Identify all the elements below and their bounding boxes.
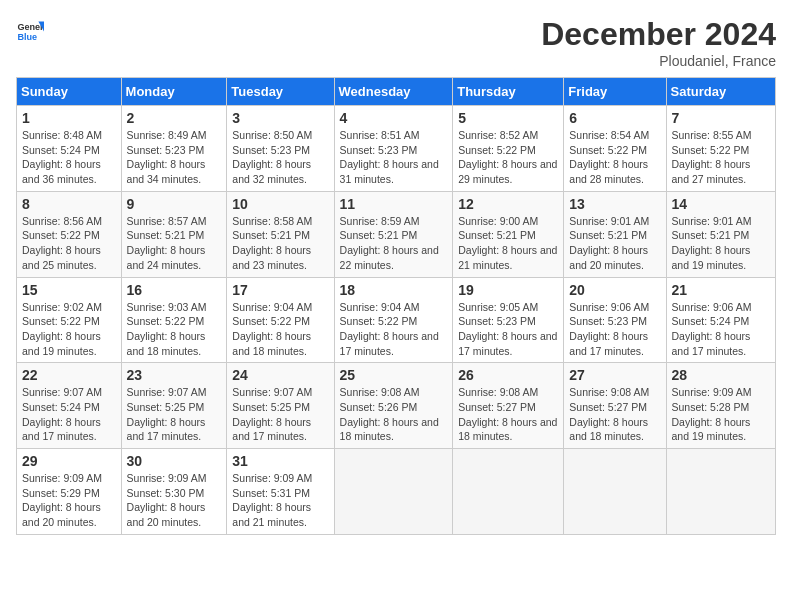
calendar-day-cell: 20Sunrise: 9:06 AMSunset: 5:23 PMDayligh…	[564, 277, 666, 363]
day-info: Sunrise: 8:48 AMSunset: 5:24 PMDaylight:…	[22, 128, 116, 187]
day-number: 13	[569, 196, 660, 212]
day-number: 29	[22, 453, 116, 469]
day-info: Sunrise: 9:09 AMSunset: 5:30 PMDaylight:…	[127, 471, 222, 530]
day-number: 2	[127, 110, 222, 126]
day-info: Sunrise: 8:55 AMSunset: 5:22 PMDaylight:…	[672, 128, 770, 187]
day-number: 22	[22, 367, 116, 383]
day-info: Sunrise: 8:57 AMSunset: 5:21 PMDaylight:…	[127, 214, 222, 273]
weekday-header-row: SundayMondayTuesdayWednesdayThursdayFrid…	[17, 78, 776, 106]
day-number: 15	[22, 282, 116, 298]
day-info: Sunrise: 9:02 AMSunset: 5:22 PMDaylight:…	[22, 300, 116, 359]
calendar-week-row: 15Sunrise: 9:02 AMSunset: 5:22 PMDayligh…	[17, 277, 776, 363]
day-number: 3	[232, 110, 328, 126]
day-info: Sunrise: 8:59 AMSunset: 5:21 PMDaylight:…	[340, 214, 448, 273]
day-info: Sunrise: 9:06 AMSunset: 5:23 PMDaylight:…	[569, 300, 660, 359]
day-number: 21	[672, 282, 770, 298]
day-number: 26	[458, 367, 558, 383]
day-info: Sunrise: 9:06 AMSunset: 5:24 PMDaylight:…	[672, 300, 770, 359]
day-number: 14	[672, 196, 770, 212]
day-number: 9	[127, 196, 222, 212]
svg-text:Blue: Blue	[17, 32, 37, 42]
day-number: 6	[569, 110, 660, 126]
day-info: Sunrise: 8:49 AMSunset: 5:23 PMDaylight:…	[127, 128, 222, 187]
title-block: December 2024 Ploudaniel, France	[541, 16, 776, 69]
day-info: Sunrise: 9:07 AMSunset: 5:25 PMDaylight:…	[232, 385, 328, 444]
weekday-header: Saturday	[666, 78, 775, 106]
calendar-day-cell: 25Sunrise: 9:08 AMSunset: 5:26 PMDayligh…	[334, 363, 453, 449]
empty-cell	[564, 449, 666, 535]
day-number: 24	[232, 367, 328, 383]
calendar-day-cell: 13Sunrise: 9:01 AMSunset: 5:21 PMDayligh…	[564, 191, 666, 277]
weekday-header: Thursday	[453, 78, 564, 106]
calendar-day-cell: 3Sunrise: 8:50 AMSunset: 5:23 PMDaylight…	[227, 106, 334, 192]
day-info: Sunrise: 9:03 AMSunset: 5:22 PMDaylight:…	[127, 300, 222, 359]
calendar-day-cell: 1Sunrise: 8:48 AMSunset: 5:24 PMDaylight…	[17, 106, 122, 192]
day-number: 7	[672, 110, 770, 126]
calendar-day-cell: 12Sunrise: 9:00 AMSunset: 5:21 PMDayligh…	[453, 191, 564, 277]
day-info: Sunrise: 9:01 AMSunset: 5:21 PMDaylight:…	[672, 214, 770, 273]
logo-icon: General Blue	[16, 16, 44, 44]
day-number: 25	[340, 367, 448, 383]
day-info: Sunrise: 8:52 AMSunset: 5:22 PMDaylight:…	[458, 128, 558, 187]
calendar-day-cell: 26Sunrise: 9:08 AMSunset: 5:27 PMDayligh…	[453, 363, 564, 449]
day-info: Sunrise: 9:07 AMSunset: 5:24 PMDaylight:…	[22, 385, 116, 444]
calendar-day-cell: 23Sunrise: 9:07 AMSunset: 5:25 PMDayligh…	[121, 363, 227, 449]
empty-cell	[453, 449, 564, 535]
weekday-header: Tuesday	[227, 78, 334, 106]
day-info: Sunrise: 9:09 AMSunset: 5:31 PMDaylight:…	[232, 471, 328, 530]
calendar-day-cell: 19Sunrise: 9:05 AMSunset: 5:23 PMDayligh…	[453, 277, 564, 363]
day-info: Sunrise: 9:08 AMSunset: 5:27 PMDaylight:…	[458, 385, 558, 444]
day-info: Sunrise: 8:58 AMSunset: 5:21 PMDaylight:…	[232, 214, 328, 273]
calendar-day-cell: 4Sunrise: 8:51 AMSunset: 5:23 PMDaylight…	[334, 106, 453, 192]
calendar-day-cell: 31Sunrise: 9:09 AMSunset: 5:31 PMDayligh…	[227, 449, 334, 535]
day-info: Sunrise: 9:01 AMSunset: 5:21 PMDaylight:…	[569, 214, 660, 273]
empty-cell	[334, 449, 453, 535]
day-info: Sunrise: 8:56 AMSunset: 5:22 PMDaylight:…	[22, 214, 116, 273]
day-info: Sunrise: 9:08 AMSunset: 5:26 PMDaylight:…	[340, 385, 448, 444]
calendar-day-cell: 6Sunrise: 8:54 AMSunset: 5:22 PMDaylight…	[564, 106, 666, 192]
calendar-day-cell: 8Sunrise: 8:56 AMSunset: 5:22 PMDaylight…	[17, 191, 122, 277]
day-info: Sunrise: 9:05 AMSunset: 5:23 PMDaylight:…	[458, 300, 558, 359]
day-info: Sunrise: 9:04 AMSunset: 5:22 PMDaylight:…	[340, 300, 448, 359]
day-number: 20	[569, 282, 660, 298]
weekday-header: Wednesday	[334, 78, 453, 106]
calendar-day-cell: 14Sunrise: 9:01 AMSunset: 5:21 PMDayligh…	[666, 191, 775, 277]
calendar-day-cell: 29Sunrise: 9:09 AMSunset: 5:29 PMDayligh…	[17, 449, 122, 535]
day-number: 5	[458, 110, 558, 126]
calendar-day-cell: 18Sunrise: 9:04 AMSunset: 5:22 PMDayligh…	[334, 277, 453, 363]
calendar-week-row: 29Sunrise: 9:09 AMSunset: 5:29 PMDayligh…	[17, 449, 776, 535]
month-title: December 2024	[541, 16, 776, 53]
day-number: 4	[340, 110, 448, 126]
calendar-day-cell: 21Sunrise: 9:06 AMSunset: 5:24 PMDayligh…	[666, 277, 775, 363]
calendar-day-cell: 15Sunrise: 9:02 AMSunset: 5:22 PMDayligh…	[17, 277, 122, 363]
day-info: Sunrise: 8:50 AMSunset: 5:23 PMDaylight:…	[232, 128, 328, 187]
day-info: Sunrise: 9:08 AMSunset: 5:27 PMDaylight:…	[569, 385, 660, 444]
day-info: Sunrise: 9:00 AMSunset: 5:21 PMDaylight:…	[458, 214, 558, 273]
day-number: 12	[458, 196, 558, 212]
calendar-day-cell: 24Sunrise: 9:07 AMSunset: 5:25 PMDayligh…	[227, 363, 334, 449]
calendar-day-cell: 17Sunrise: 9:04 AMSunset: 5:22 PMDayligh…	[227, 277, 334, 363]
calendar-day-cell: 5Sunrise: 8:52 AMSunset: 5:22 PMDaylight…	[453, 106, 564, 192]
day-number: 30	[127, 453, 222, 469]
page-header: General Blue December 2024 Ploudaniel, F…	[16, 16, 776, 69]
day-number: 28	[672, 367, 770, 383]
day-number: 27	[569, 367, 660, 383]
day-number: 16	[127, 282, 222, 298]
empty-cell	[666, 449, 775, 535]
location-subtitle: Ploudaniel, France	[541, 53, 776, 69]
calendar-day-cell: 11Sunrise: 8:59 AMSunset: 5:21 PMDayligh…	[334, 191, 453, 277]
day-number: 1	[22, 110, 116, 126]
day-info: Sunrise: 8:51 AMSunset: 5:23 PMDaylight:…	[340, 128, 448, 187]
calendar-day-cell: 2Sunrise: 8:49 AMSunset: 5:23 PMDaylight…	[121, 106, 227, 192]
day-info: Sunrise: 9:07 AMSunset: 5:25 PMDaylight:…	[127, 385, 222, 444]
calendar-week-row: 22Sunrise: 9:07 AMSunset: 5:24 PMDayligh…	[17, 363, 776, 449]
calendar-week-row: 8Sunrise: 8:56 AMSunset: 5:22 PMDaylight…	[17, 191, 776, 277]
day-number: 23	[127, 367, 222, 383]
weekday-header: Friday	[564, 78, 666, 106]
calendar-table: SundayMondayTuesdayWednesdayThursdayFrid…	[16, 77, 776, 535]
day-info: Sunrise: 9:04 AMSunset: 5:22 PMDaylight:…	[232, 300, 328, 359]
calendar-week-row: 1Sunrise: 8:48 AMSunset: 5:24 PMDaylight…	[17, 106, 776, 192]
calendar-day-cell: 27Sunrise: 9:08 AMSunset: 5:27 PMDayligh…	[564, 363, 666, 449]
day-number: 19	[458, 282, 558, 298]
calendar-day-cell: 30Sunrise: 9:09 AMSunset: 5:30 PMDayligh…	[121, 449, 227, 535]
